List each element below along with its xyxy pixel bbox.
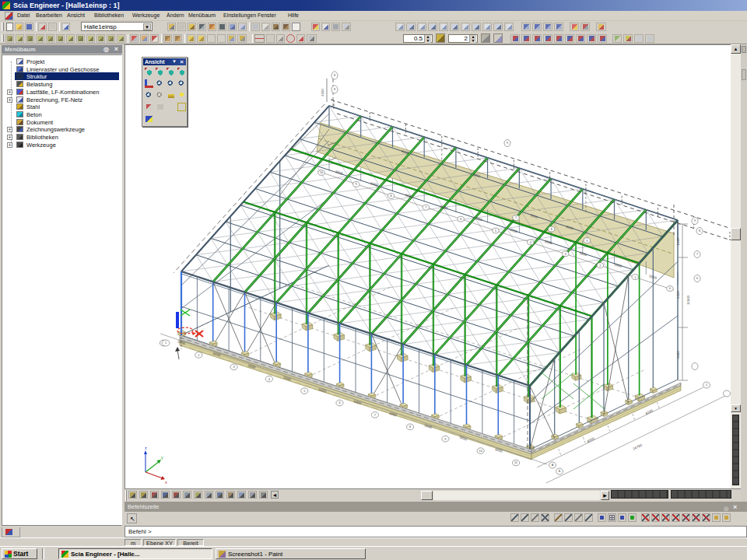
svg-text:B: B xyxy=(559,470,561,473)
svg-text:7: 7 xyxy=(425,206,426,209)
svg-text:A: A xyxy=(552,464,554,467)
svg-text:7: 7 xyxy=(515,216,517,219)
svg-text:8: 8 xyxy=(334,74,335,77)
svg-text:5000: 5000 xyxy=(614,262,623,268)
svg-text:6460: 6460 xyxy=(676,351,680,359)
svg-text:6: 6 xyxy=(460,218,461,221)
svg-text:2: 2 xyxy=(599,264,601,268)
svg-text:4150: 4150 xyxy=(676,291,680,299)
svg-text:8190: 8190 xyxy=(645,408,654,415)
svg-text:24750: 24750 xyxy=(633,443,644,450)
svg-text:3: 3 xyxy=(233,366,235,369)
svg-text:8: 8 xyxy=(334,88,335,91)
svg-text:x: x xyxy=(165,480,167,485)
svg-text:1: 1 xyxy=(165,341,167,345)
svg-text:5: 5 xyxy=(495,229,496,233)
svg-text:10: 10 xyxy=(320,171,323,174)
svg-text:8: 8 xyxy=(699,229,700,233)
svg-text:2: 2 xyxy=(198,354,199,357)
svg-text:9: 9 xyxy=(507,142,508,145)
svg-text:8: 8 xyxy=(391,194,392,198)
svg-text:0: 0 xyxy=(669,287,671,290)
svg-text:5000: 5000 xyxy=(335,170,344,176)
svg-text:1290: 1290 xyxy=(676,238,680,246)
svg-text:1: 1 xyxy=(634,276,636,279)
svg-text:5000: 5000 xyxy=(579,250,588,257)
svg-text:3: 3 xyxy=(565,253,566,256)
svg-text:7: 7 xyxy=(696,253,698,256)
svg-text:4: 4 xyxy=(268,378,270,381)
svg-text:5000: 5000 xyxy=(405,193,414,199)
svg-text:5000: 5000 xyxy=(509,228,518,234)
svg-text:6: 6 xyxy=(696,277,698,280)
svg-text:y: y xyxy=(161,455,163,460)
svg-text:8: 8 xyxy=(409,425,411,429)
svg-text:9: 9 xyxy=(444,438,446,441)
svg-text:8000: 8000 xyxy=(587,436,596,443)
svg-text:5: 5 xyxy=(303,390,305,393)
svg-text:10: 10 xyxy=(479,450,482,453)
svg-text:11: 11 xyxy=(514,461,517,464)
svg-text:7: 7 xyxy=(374,414,376,417)
svg-text:12300: 12300 xyxy=(686,296,690,305)
svg-text:4: 4 xyxy=(530,241,531,244)
svg-text:9: 9 xyxy=(586,240,587,243)
svg-text:5000: 5000 xyxy=(370,181,379,187)
svg-text:4150: 4150 xyxy=(321,89,324,96)
svg-text:5000: 5000 xyxy=(544,239,553,245)
svg-text:6: 6 xyxy=(338,401,340,404)
svg-text:8: 8 xyxy=(551,228,552,231)
svg-text:9: 9 xyxy=(694,219,696,222)
svg-text:9: 9 xyxy=(356,183,357,186)
svg-text:C: C xyxy=(706,383,708,387)
svg-text:z: z xyxy=(145,446,147,450)
